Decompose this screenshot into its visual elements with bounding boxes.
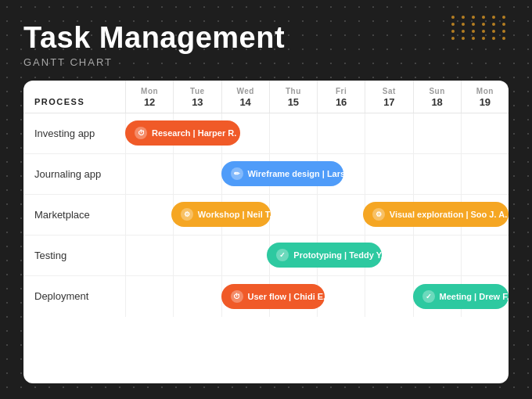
- day-number: 17: [383, 96, 394, 108]
- cell-1-0: [125, 154, 173, 194]
- chart-body: Investing app⏱Research | Harper R.Journa…: [23, 113, 509, 383]
- gantt-chart: PROCESSMon12Tue13Wed14Thu15Fri16Sat17Sun…: [23, 81, 509, 383]
- cell-1-7: [461, 154, 509, 194]
- process-name: Journaling app: [23, 168, 125, 180]
- chart-row: Journaling app✏Wireframe design | Lars P…: [23, 154, 509, 195]
- cell-0-6: [413, 113, 461, 153]
- cell-2-1: [173, 195, 221, 235]
- page-title: Task Management: [23, 22, 285, 55]
- cell-2-4: [317, 195, 365, 235]
- decoration-dot: [502, 16, 505, 19]
- cell-3-1: [173, 235, 221, 275]
- chart-header: PROCESSMon12Tue13Wed14Thu15Fri16Sat17Sun…: [23, 81, 509, 113]
- dots-decoration: [451, 16, 509, 40]
- decoration-dot: [482, 16, 485, 19]
- decoration-dot: [502, 30, 505, 33]
- chart-row: Marketplace⚙Workshop | Neil T.⚙Visual ex…: [23, 195, 509, 235]
- day-number: 19: [480, 96, 491, 108]
- decoration-dot: [472, 37, 475, 40]
- day-number: 13: [192, 96, 203, 108]
- chart-row: Testing✓Prototyping | Teddy Y.: [23, 235, 509, 276]
- header-day-4: Fri16: [317, 81, 365, 113]
- decoration-dot: [462, 37, 465, 40]
- header-day-7: Mon19: [461, 81, 509, 113]
- cell-1-1: [173, 154, 221, 194]
- header-day-2: Wed14: [221, 81, 269, 113]
- cell-0-5: [365, 113, 412, 153]
- cell-0-3: [269, 113, 317, 153]
- page-header: Task Management GANTT CHART: [23, 22, 285, 68]
- cell-1-2: [221, 154, 269, 194]
- decoration-dot: [462, 23, 465, 26]
- header-day-5: Sat17: [365, 81, 412, 113]
- cell-0-7: [461, 113, 509, 153]
- decoration-dot: [492, 16, 495, 19]
- decoration-dot: [451, 23, 455, 26]
- cell-2-6: [413, 195, 461, 235]
- day-number: 18: [431, 96, 442, 108]
- page-subtitle: GANTT CHART: [23, 56, 285, 68]
- cell-2-3: [269, 195, 317, 235]
- cell-1-3: [269, 154, 317, 194]
- day-name: Fri: [336, 87, 347, 95]
- cell-2-0: [125, 195, 173, 235]
- cell-4-2: [221, 276, 269, 317]
- process-name: Investing app: [23, 128, 125, 139]
- day-name: Mon: [141, 87, 158, 95]
- cell-4-5: [365, 276, 412, 317]
- cell-0-2: [221, 113, 269, 153]
- header-day-3: Thu15: [269, 81, 317, 113]
- header-day-6: Sun18: [413, 81, 461, 113]
- cell-4-1: [173, 276, 221, 317]
- decoration-dot: [502, 37, 505, 40]
- chart-row: Investing app⏱Research | Harper R.: [23, 113, 509, 154]
- decoration-dot: [462, 16, 465, 19]
- process-name: Marketplace: [23, 209, 125, 221]
- day-number: 16: [336, 96, 347, 108]
- cell-1-6: [413, 154, 461, 194]
- day-name: Mon: [476, 87, 494, 95]
- header-day-0: Mon12: [125, 81, 173, 113]
- day-name: Thu: [286, 87, 301, 95]
- day-number: 12: [144, 96, 155, 108]
- decoration-dot: [502, 23, 505, 26]
- decoration-dot: [472, 30, 475, 33]
- day-name: Sun: [429, 87, 444, 95]
- decoration-dot: [482, 30, 485, 33]
- decoration-dot: [492, 37, 495, 40]
- cell-2-5: [365, 195, 412, 235]
- cell-3-3: [269, 235, 317, 275]
- day-number: 15: [288, 96, 299, 108]
- cell-3-0: [125, 235, 173, 275]
- cell-3-6: [413, 235, 461, 275]
- cell-2-2: [221, 195, 269, 235]
- decoration-dot: [492, 30, 495, 33]
- cell-1-4: [317, 154, 365, 194]
- decoration-dot: [472, 16, 475, 19]
- cell-2-7: [461, 195, 509, 235]
- cell-4-7: [461, 276, 509, 317]
- day-name: Sat: [383, 87, 396, 95]
- cell-4-0: [125, 276, 173, 317]
- process-name: Testing: [23, 250, 125, 261]
- cell-0-4: [317, 113, 365, 153]
- decoration-dot: [482, 37, 485, 40]
- chart-row: Deployment⏱User flow | Chidi E.✓Meeting …: [23, 276, 509, 317]
- cell-3-4: [317, 235, 365, 275]
- cell-4-6: [413, 276, 461, 317]
- decoration-dot: [451, 16, 455, 19]
- day-name: Tue: [190, 87, 205, 95]
- cell-3-5: [365, 235, 412, 275]
- cell-3-2: [221, 235, 269, 275]
- cell-0-0: [125, 113, 173, 153]
- decoration-dot: [462, 30, 465, 33]
- decoration-dot: [451, 30, 455, 33]
- decoration-dot: [482, 23, 485, 26]
- cell-0-1: [173, 113, 221, 153]
- decoration-dot: [492, 23, 495, 26]
- cell-1-5: [365, 154, 412, 194]
- header-process-label: PROCESS: [23, 81, 125, 113]
- day-number: 14: [239, 96, 250, 108]
- process-name: Deployment: [23, 290, 125, 302]
- header-day-1: Tue13: [173, 81, 221, 113]
